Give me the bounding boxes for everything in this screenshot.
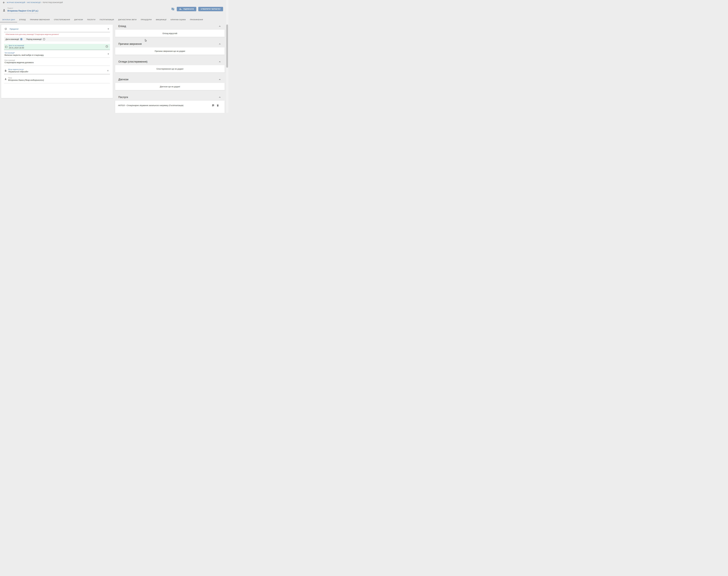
section-observations: Огляди (спостереження) Спостереження ще … <box>115 58 225 73</box>
sign-button-label: ПІДПИСАТИ <box>183 8 194 10</box>
date-mode-date-radio[interactable] <box>20 38 22 40</box>
section-visit-reasons-body: Причини звернення ще не додані <box>115 48 225 55</box>
section-observations-header[interactable]: Огляди (спостереження) <box>115 58 225 65</box>
breadcrumb-separator: / <box>26 2 27 3</box>
service-item-text: A67010 - Стаціонарне лікування загальног… <box>118 104 184 107</box>
chevron-up-icon[interactable] <box>219 43 221 45</box>
breadcrumb-journal[interactable]: ЖУРНАЛ ВЗАЄМОДІЙ <box>7 2 25 3</box>
doctor-icon <box>4 78 8 80</box>
service-list-item: A67010 - Стаціонарне лікування загальног… <box>115 100 225 107</box>
chevron-up-icon[interactable] <box>219 96 221 98</box>
interaction-type-select[interactable]: Тип взаємодії* Виписка пацієнта, який ви… <box>4 51 110 58</box>
summary-panel: Епізод Епізод відсутній Причини зверненн… <box>115 23 225 113</box>
page-scrollbar-thumb[interactable] <box>226 24 228 68</box>
tab-prescriptions[interactable]: ПРИЗНАЧЕННЯ <box>188 17 205 22</box>
breadcrumb-separator: / <box>42 2 42 3</box>
section-title: Послуги <box>115 96 128 99</box>
section-visit-reasons: Причини звернення Причини звернення ще н… <box>115 40 225 55</box>
section-services-header[interactable]: Послуги <box>115 94 225 100</box>
breadcrumb: ЖУРНАЛ ВЗАЄМОДІЙ / МОЇ ВЗАЄМОДІЇ / ПЕРЕГ… <box>7 2 63 3</box>
general-data-card: Пріоритет Обов'язкове поле для класу вза… <box>1 25 113 98</box>
interaction-class-field: Клас взаємодії Стаціонарна медична допом… <box>4 58 110 66</box>
arrow-back-icon <box>3 1 5 4</box>
content-area: Пріоритет Обов'язкове поле для класу вза… <box>0 22 226 113</box>
section-observations-body: Спостереження ще не додані <box>115 65 225 73</box>
section-title: Причини звернення <box>115 42 142 46</box>
tab-general-data[interactable]: ЗАГАЛЬНІ ДАНІ <box>0 17 17 22</box>
section-services: Послуги A67010 - Стаціонарне лікування з… <box>115 94 225 113</box>
doctor-field: Лікар Вторинна Ланка (Лікар-ендокринолог… <box>4 76 110 83</box>
empty-state-text: Епізод відсутній <box>163 32 177 34</box>
tab-procedures[interactable]: ПРОЦЕДУРИ <box>139 17 154 22</box>
date-mode-period-radio[interactable] <box>43 38 45 40</box>
tab-bar: ЗАГАЛЬНІ ДАНІ ЕПІЗОД ПРИЧИНИ ЗВЕРНЕННЯ С… <box>0 17 226 22</box>
chevron-down-icon <box>108 54 109 54</box>
section-diagnoses: Діагнози Діагнози ще не додані <box>115 76 225 90</box>
doctor-value: Вторинна Ланка (Лікар-ендокринолог) <box>8 79 44 81</box>
visibility-off-icon[interactable] <box>171 7 175 11</box>
page-scrollbar-track[interactable] <box>226 0 228 113</box>
date-mode-radio-group: Дата взаємодії Період взаємодії <box>4 37 110 41</box>
section-title: Епізод <box>115 25 126 28</box>
top-bar: ЖУРНАЛ ВЗАЄМОДІЙ / МОЇ ВЗАЄМОДІЇ / ПЕРЕГ… <box>0 0 226 5</box>
interaction-type-value: Виписка пацієнта, який вибув зі стаціона… <box>4 54 44 56</box>
create-draft-button[interactable]: СТВОРИТИ ЧЕРНЕТКУ <box>198 7 223 11</box>
section-title: Огляди (спостереження) <box>115 60 147 63</box>
datetime-label: Дата та час взаємодії <box>9 45 24 47</box>
priority-label: Пріоритет <box>9 28 19 30</box>
low-priority-icon <box>4 28 8 30</box>
section-title: Діагнози <box>115 78 128 81</box>
sign-button[interactable]: ПІДПИСАТИ <box>177 7 196 11</box>
place-of-service-label: Місце надання послуг <box>8 68 28 70</box>
create-draft-label: СТВОРИТИ ЧЕРНЕТКУ <box>201 8 221 10</box>
place-of-service-field[interactable]: Місце надання послуг Лікувальний підрозд… <box>4 67 110 74</box>
date-mode-date-label: Дата взаємодії <box>5 38 19 40</box>
tab-diagnoses[interactable]: ДІАГНОЗИ <box>72 17 85 22</box>
date-mode-period-label: Період взаємодії <box>26 38 42 40</box>
building-icon <box>4 69 8 72</box>
patient-name-underline: Вторинка Пацієнт Сто (27 р.) <box>7 9 38 13</box>
section-diagnoses-header[interactable]: Діагнози <box>115 76 225 83</box>
chevron-up-icon[interactable] <box>219 25 221 27</box>
tab-episode[interactable]: ЕПІЗОД <box>17 17 28 22</box>
tab-services[interactable]: ПОСЛУГИ <box>85 17 98 22</box>
interaction-class-label: Клас взаємодії <box>4 59 34 61</box>
empty-state-text: Діагнози ще не додані <box>160 86 180 88</box>
signature-icon <box>179 8 182 10</box>
section-episode-body: Епізод відсутній <box>115 30 225 37</box>
datetime-field[interactable]: Дата та час взаємодії 16.01.2024 18:40 <box>4 44 110 50</box>
tab-visit-reasons[interactable]: ПРИЧИНИ ЗВЕРНЕННЯ <box>28 17 52 22</box>
section-visit-reasons-header[interactable]: Причини звернення <box>115 40 225 48</box>
interaction-view-page: ЖУРНАЛ ВЗАЄМОДІЙ / МОЇ ВЗАЄМОДІЇ / ПЕРЕГ… <box>0 0 228 113</box>
tab-observations[interactable]: СПОСТЕРЕЖЕННЯ <box>52 17 72 22</box>
patient-avatar-icon <box>2 9 6 12</box>
chevron-up-icon[interactable] <box>219 61 221 63</box>
chevron-up-icon[interactable] <box>219 78 221 81</box>
chevron-down-icon <box>108 29 109 29</box>
tab-clinical-assessment[interactable]: КЛІНІЧНА ОЦІНКА <box>168 17 188 22</box>
delete-service-icon[interactable] <box>217 104 219 107</box>
interaction-type-label: Тип взаємодії* <box>4 52 44 54</box>
back-button[interactable] <box>2 1 5 4</box>
priority-select[interactable]: Пріоритет <box>4 26 110 32</box>
section-episode-header[interactable]: Епізод <box>115 23 225 30</box>
tab-hospitalization[interactable]: ГОСПІТАЛІЗАЦІЯ <box>98 17 116 22</box>
section-episode: Епізод Епізод відсутній <box>115 23 225 37</box>
clock-icon[interactable] <box>105 45 108 49</box>
section-services-body: A67010 - Стаціонарне лікування загальног… <box>115 100 225 113</box>
priority-error-text: Обов'язкове поле для класу взаємодії "Ст… <box>5 33 110 35</box>
calendar-icon <box>5 46 9 48</box>
empty-state-text: Спостереження ще не додані <box>157 68 183 70</box>
breadcrumb-my-interactions[interactable]: МОЇ ВЗАЄМОДІЇ <box>27 2 41 3</box>
clear-place-icon[interactable]: ✕ <box>106 69 110 72</box>
tab-vaccinations[interactable]: ВАКЦИНАЦІЇ <box>154 17 168 22</box>
place-of-service-value: Лікувальний підрозділ <box>8 70 28 73</box>
patient-name-link[interactable]: Вторинка Пацієнт Сто (27 р.) <box>7 9 38 12</box>
patient-block: Пацієнт Вторинка Пацієнт Сто (27 р.) <box>2 7 38 13</box>
add-service-icon[interactable] <box>212 104 214 107</box>
breadcrumb-current: ПЕРЕГЛЯД ВЗАЄМОДІЙ <box>43 2 63 3</box>
tab-diagnostic-reports[interactable]: ДІАГНОСТИЧНІ ЗВІТИ <box>116 17 139 22</box>
patient-label: Пацієнт <box>7 7 38 9</box>
interaction-class-value: Стаціонарна медична допомога <box>4 61 34 63</box>
datetime-value: 16.01.2024 18:40 <box>9 47 24 49</box>
